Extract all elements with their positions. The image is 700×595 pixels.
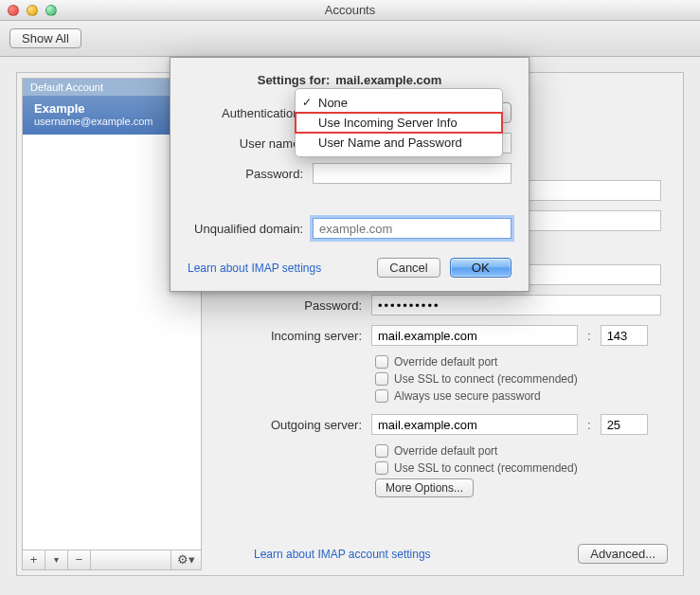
- outgoing-port-input[interactable]: [601, 414, 648, 435]
- incoming-port-input[interactable]: [601, 325, 648, 346]
- checkmark-icon: ✓: [302, 96, 312, 109]
- sheet-username-label: User name:: [188, 136, 303, 151]
- window-title: Accounts: [0, 3, 700, 17]
- show-all-button[interactable]: Show All: [9, 28, 81, 48]
- incoming-secure-pw-checkbox[interactable]: [375, 389, 388, 403]
- advanced-button[interactable]: Advanced...: [578, 544, 668, 564]
- auth-option-userpass-label: User Name and Password: [318, 135, 462, 150]
- toolbar: Show All: [0, 21, 700, 57]
- unqualified-domain-input[interactable]: [313, 218, 512, 239]
- unqualified-domain-label: Unqualified domain:: [188, 222, 303, 236]
- auth-option-incoming-label: Use Incoming Server Info: [318, 116, 458, 130]
- auth-dropdown-menu: ✓ None Use Incoming Server Info User Nam…: [295, 88, 503, 157]
- auth-label: Authentication:: [188, 106, 303, 120]
- cancel-button[interactable]: Cancel: [377, 258, 440, 278]
- outgoing-ssl-checkbox[interactable]: [375, 461, 388, 475]
- remove-account-button[interactable]: −: [68, 550, 91, 569]
- traffic-lights: [8, 5, 57, 16]
- auth-option-incoming[interactable]: Use Incoming Server Info: [296, 113, 502, 133]
- incoming-override-port-label: Override default port: [394, 355, 497, 369]
- port-separator-2: :: [587, 418, 591, 432]
- auth-option-none[interactable]: ✓ None: [296, 93, 502, 113]
- incoming-ssl-label: Use SSL to connect (recommended): [394, 372, 578, 386]
- incoming-ssl-checkbox[interactable]: [375, 372, 388, 386]
- password-input[interactable]: [371, 295, 661, 316]
- sidebar-footer-spacer: [91, 550, 171, 569]
- close-window-icon[interactable]: [8, 5, 19, 16]
- outgoing-server-label: Outgoing server:: [220, 418, 362, 432]
- incoming-server-input[interactable]: [371, 325, 578, 346]
- outgoing-ssl-label: Use SSL to connect (recommended): [394, 461, 578, 475]
- incoming-override-port-checkbox[interactable]: [375, 355, 388, 369]
- auth-option-none-label: None: [318, 96, 348, 110]
- titlebar: Accounts: [0, 0, 700, 21]
- outgoing-server-input[interactable]: [371, 414, 578, 435]
- password-label: Password:: [220, 298, 362, 313]
- outgoing-override-port-label: Override default port: [394, 444, 497, 458]
- zoom-window-icon[interactable]: [45, 5, 57, 16]
- incoming-secure-pw-label: Always use secure password: [394, 389, 541, 403]
- learn-imap-settings-link[interactable]: Learn about IMAP settings: [188, 261, 321, 275]
- main-bottom-bar: Learn about IMAP account settings Advanc…: [216, 544, 668, 564]
- ok-button[interactable]: OK: [450, 258, 512, 278]
- add-account-menu-icon[interactable]: ▾: [45, 550, 68, 569]
- more-options-button[interactable]: More Options...: [375, 478, 474, 497]
- add-account-button[interactable]: +: [23, 550, 45, 569]
- port-separator: :: [587, 329, 591, 343]
- minimize-window-icon[interactable]: [27, 5, 38, 16]
- account-name: Example: [34, 101, 191, 116]
- account-email: username@example.com: [34, 116, 191, 127]
- sheet-password-input[interactable]: [313, 163, 512, 184]
- sidebar-footer: + ▾ − ⚙▾: [22, 550, 202, 570]
- sidebar-gear-menu[interactable]: ⚙▾: [171, 550, 201, 569]
- auth-option-userpass[interactable]: User Name and Password: [296, 133, 502, 153]
- learn-imap-account-link[interactable]: Learn about IMAP account settings: [254, 548, 431, 561]
- outgoing-override-port-checkbox[interactable]: [375, 444, 388, 458]
- sheet-title-label: Settings for:: [258, 73, 331, 87]
- sheet-title-value: mail.example.com: [335, 73, 441, 87]
- sheet-password-label: Password:: [188, 167, 303, 181]
- incoming-server-label: Incoming server:: [220, 329, 362, 343]
